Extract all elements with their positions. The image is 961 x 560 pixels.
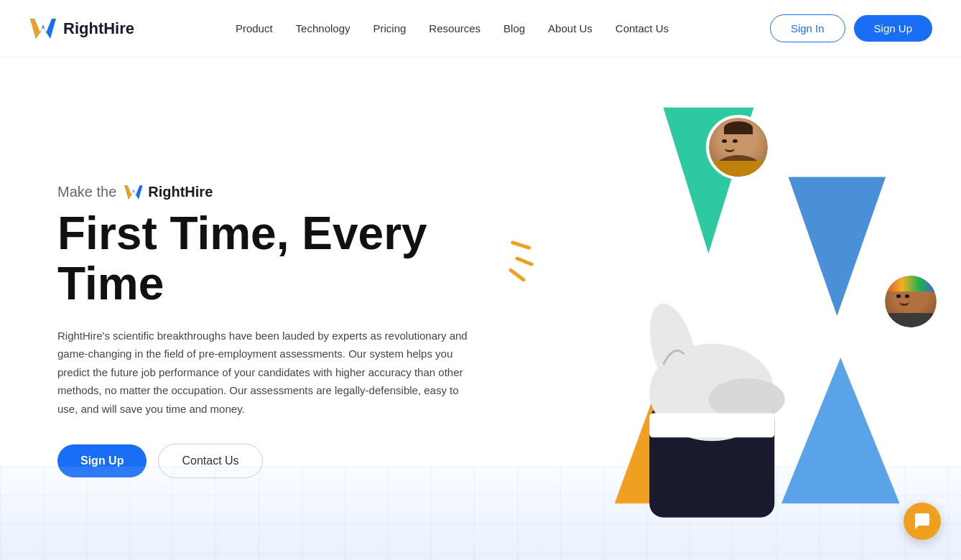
hero-description: RightHire's scientific breakthroughs hav…: [57, 327, 474, 419]
logo[interactable]: RightHire: [29, 14, 134, 43]
svg-line-5: [513, 239, 529, 252]
logo-icon: [29, 14, 57, 43]
nav-item-contact[interactable]: Contact Us: [616, 22, 669, 34]
nav-item-resources[interactable]: Resources: [429, 22, 480, 34]
hero-make-text: Make the: [57, 184, 116, 200]
signup-button[interactable]: Sign Up: [854, 15, 932, 42]
hero-left: Make the RightHire First Time, Every Tim…: [57, 182, 531, 478]
nav-item-about[interactable]: About Us: [548, 22, 593, 34]
avatar-person-1: [706, 115, 771, 179]
svg-marker-4: [125, 185, 134, 200]
hero-right: [588, 101, 961, 531]
nav-item-pricing[interactable]: Pricing: [373, 22, 407, 34]
signin-button[interactable]: Sign In: [770, 14, 845, 42]
hero-title: First Time, Every Time: [57, 208, 531, 309]
svg-line-6: [517, 258, 531, 264]
nav-item-technology[interactable]: Technology: [296, 22, 350, 34]
svg-marker-9: [789, 177, 886, 316]
hero-logo-inline: RightHire: [124, 182, 213, 202]
chat-icon: [913, 512, 932, 531]
nav-links: Product Technology Pricing Resources Blo…: [236, 22, 669, 34]
nav-item-blog[interactable]: Blog: [503, 22, 525, 34]
svg-rect-16: [649, 413, 774, 437]
hero-make-row: Make the RightHire: [57, 182, 531, 202]
nav-actions: Sign In Sign Up: [770, 14, 932, 42]
svg-line-7: [509, 270, 524, 279]
hero-section: Make the RightHire First Time, Every Tim…: [0, 57, 961, 560]
chat-bubble[interactable]: [904, 503, 941, 540]
avatar-person-2: [882, 273, 939, 330]
spark-decoration: [478, 230, 535, 290]
svg-marker-1: [30, 19, 43, 39]
hero-logo-icon: [124, 182, 144, 202]
svg-marker-11: [781, 358, 900, 503]
hero-logo-text: RightHire: [148, 184, 213, 200]
logo-text: RightHire: [63, 19, 134, 38]
navbar: RightHire Product Technology Pricing Res…: [0, 0, 961, 57]
w-graphic: [588, 101, 961, 531]
nav-item-product[interactable]: Product: [236, 22, 273, 34]
